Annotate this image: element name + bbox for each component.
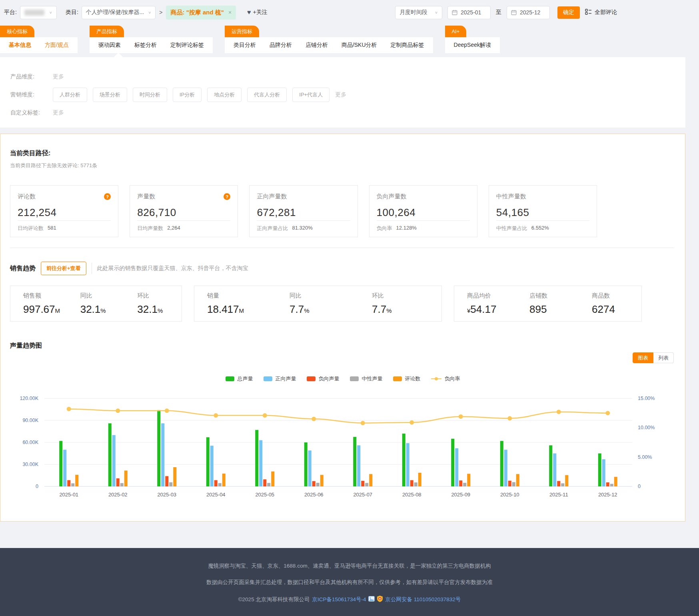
metric-label: 环比	[137, 292, 182, 300]
chart-view-toggle: 图表 列表	[12, 352, 674, 363]
chip-location-analysis[interactable]: 地点分析	[207, 88, 242, 102]
product-filter-tag-label: 商品: "按摩 and 梳"	[170, 9, 224, 16]
custom-labels-more[interactable]: 更多	[53, 109, 64, 116]
category-select[interactable]: 个人护理/保健/按摩器... ∨	[82, 6, 156, 19]
legend-label: 负向率	[445, 375, 460, 382]
chip-crowd-analysis[interactable]: 人群分析	[53, 88, 87, 102]
metric-value: 18.417	[207, 303, 239, 315]
stat-card-negative: 负向声量数 100,264 负向率12.128%	[369, 185, 477, 237]
metric-yoy: 同比 7.7%	[277, 292, 359, 316]
overview-stat-cards: 评论数 ? 212,254 日均评论数581 声量数 ? 826,710 日均声…	[10, 185, 597, 237]
footer-copyright: ©2025 北京淘幂科技有限公司	[238, 596, 310, 603]
stat-foot-value: 6.552%	[531, 225, 549, 232]
tab-sku-analysis[interactable]: 商品/SKU分析	[335, 42, 384, 49]
tab-basic-info[interactable]: 基本信息	[2, 42, 38, 49]
tab-shop-analysis[interactable]: 店铺分析	[299, 42, 335, 49]
follow-label: +关注	[253, 9, 268, 16]
svg-text:0: 0	[36, 484, 38, 489]
stat-label: 评论数	[18, 193, 36, 200]
calendar-icon	[452, 10, 457, 15]
period-type-select[interactable]: 月度时间段 ∨	[395, 6, 442, 19]
category-value: 个人护理/保健/按摩器...	[86, 9, 144, 16]
main-content-card: 当前类目路径: 当前类目路径下去除无效评论: 5771条 评论数 ? 212,2…	[0, 134, 685, 522]
date-to-value: 2025-12	[520, 9, 540, 16]
svg-text:2025-07: 2025-07	[353, 492, 372, 498]
stat-card-positive: 正向声量数 672,281 正向声量占比81.320%	[249, 185, 357, 237]
stat-card-comments: 评论数 ? 212,254 日均评论数581	[10, 185, 118, 237]
all-comments-button[interactable]: 全部评论	[585, 9, 617, 16]
legend-label: 总声量	[238, 375, 253, 382]
metric-value: 32.1	[137, 303, 158, 315]
svg-text:0: 0	[638, 484, 641, 489]
svg-text:90.00K: 90.00K	[22, 418, 38, 423]
stat-foot-label: 中性声量占比	[496, 225, 527, 232]
dimension-filter-panel: 产品维度: 更多 营销维度: 人群分析 场景分析 时间分析 IP分析 地点分析 …	[0, 57, 685, 128]
image-placeholder-icon	[368, 596, 375, 603]
footer-disclaimer-1: 魔镜洞察与淘宝、天猫、京东、1688.com、速卖通、亚马逊等电商平台无直接关联…	[0, 563, 699, 569]
close-icon[interactable]: ×	[228, 9, 232, 16]
stat-value: 212,254	[18, 206, 111, 219]
product-dimension-more[interactable]: 更多	[53, 73, 64, 80]
legend-item[interactable]: 正向声量	[264, 375, 296, 382]
tab-custom-review-labels[interactable]: 定制评论标签	[164, 42, 211, 49]
svg-text:120.00K: 120.00K	[20, 396, 38, 401]
tab-driver-factors[interactable]: 驱动因素	[92, 42, 128, 49]
tab-category-analysis[interactable]: 类目分析	[227, 42, 263, 49]
tab-group-header-product: 产品指标	[90, 26, 124, 37]
tab-aspect-viewpoint[interactable]: 方面/观点	[38, 42, 76, 49]
date-to-input[interactable]: 2025-12	[507, 6, 550, 19]
metric-mom: 环比 32.1%	[124, 292, 182, 316]
metric-mom: 环比 7.7%	[359, 292, 441, 316]
legend-item[interactable]: 负向声量	[307, 375, 340, 382]
metric-yoy: 同比 32.1%	[68, 292, 125, 316]
svg-text:15.00%: 15.00%	[638, 396, 655, 401]
legend-swatch	[307, 376, 316, 381]
legend-label: 正向声量	[276, 375, 296, 382]
help-icon[interactable]: ?	[104, 193, 111, 200]
legend-item[interactable]: 中性声量	[350, 375, 383, 382]
metric-suffix: M	[239, 307, 244, 314]
chip-time-analysis[interactable]: 时间分析	[133, 88, 167, 102]
metric-value: 7.7	[290, 303, 304, 315]
toggle-list-view[interactable]: 列表	[653, 352, 674, 363]
stat-card-neutral: 中性声量数 54,165 中性声量占比6.552%	[489, 185, 597, 237]
stat-label: 中性声量数	[496, 193, 526, 200]
legend-item[interactable]: 总声量	[226, 375, 253, 382]
volume-trend-chart[interactable]: 030.00K60.00K90.00K120.00K05.00%10.00%15…	[8, 391, 676, 501]
stat-label: 负向声量数	[377, 193, 407, 200]
metric-suffix: %	[386, 307, 391, 314]
metric-label: 商品均价	[467, 292, 517, 300]
chip-ip-analysis[interactable]: IP分析	[173, 88, 202, 102]
product-filter-tag[interactable]: 商品: "按摩 and 梳" ×	[166, 6, 236, 20]
svg-text:10.00%: 10.00%	[638, 425, 655, 430]
svg-text:2025-09: 2025-09	[451, 492, 470, 498]
go-analysis-button[interactable]: 前往分析+查看	[41, 262, 86, 275]
marketing-dimension-more[interactable]: 更多	[335, 91, 346, 98]
help-icon[interactable]: ?	[224, 193, 230, 200]
tab-deepseek[interactable]: DeepSeek解读	[447, 42, 498, 49]
tab-brand-analysis[interactable]: 品牌分析	[263, 42, 299, 49]
stat-foot-label: 日均评论数	[18, 225, 44, 232]
metric-suffix: %	[100, 307, 106, 314]
category-path-subtitle: 当前类目路径下去除无效评论: 5771条	[10, 162, 685, 169]
platform-select[interactable]: ∨	[20, 6, 57, 19]
date-from-input[interactable]: 2025-01	[447, 6, 491, 19]
icp-license-link[interactable]: 京ICP备15061734号-4	[312, 596, 366, 603]
page-footer: 魔镜洞察与淘宝、天猫、京东、1688.com、速卖通、亚马逊等电商平台无直接关联…	[0, 548, 699, 616]
police-registration-link[interactable]: 京公网安备 11010502037832号	[385, 596, 461, 603]
metric-product-count: 商品数 6274	[579, 292, 641, 316]
toggle-chart-view[interactable]: 图表	[633, 352, 653, 363]
legend-item[interactable]: 负向率	[431, 375, 460, 382]
confirm-button[interactable]: 确定	[557, 6, 580, 19]
tab-custom-product-labels[interactable]: 定制商品标签	[384, 42, 431, 49]
tab-label-analysis[interactable]: 标签分析	[128, 42, 164, 49]
chip-ip-spokesperson[interactable]: IP+代言人	[292, 88, 330, 102]
chip-scene-analysis[interactable]: 场景分析	[93, 88, 127, 102]
stat-foot-label: 负向率	[377, 225, 392, 232]
legend-swatch	[264, 376, 272, 381]
volume-trend-title: 声量趋势图	[10, 342, 685, 350]
follow-button[interactable]: ♥ +关注	[247, 9, 268, 16]
legend-item[interactable]: 评论数	[393, 375, 421, 382]
chip-spokesperson-analysis[interactable]: 代言人分析	[247, 88, 287, 102]
metric-value: 997.67	[23, 303, 55, 315]
